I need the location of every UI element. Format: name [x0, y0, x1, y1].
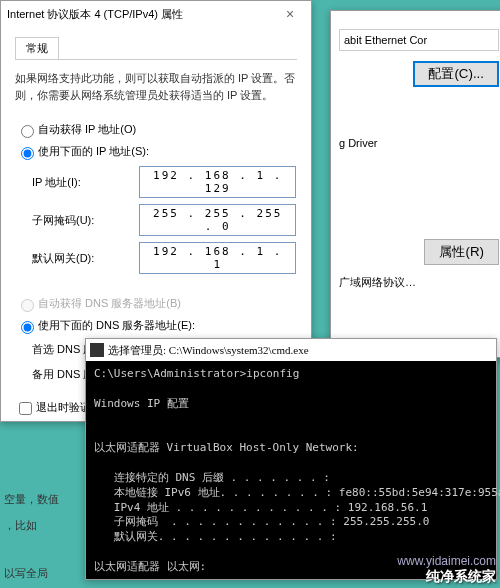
gateway-input[interactable]: 192 . 168 . 1 . 1 [139, 242, 296, 274]
close-icon[interactable]: × [275, 6, 305, 22]
radio-manual-dns[interactable] [21, 321, 34, 334]
watermark-brand: 纯净系统家 [426, 568, 496, 586]
configure-button[interactable]: 配置(C)... [413, 61, 499, 87]
bg-text-1: 空量，数值 [4, 492, 59, 507]
driver-name: g Driver [339, 137, 499, 149]
radio-auto-ip[interactable] [21, 125, 34, 138]
watermark-url: www.yidaimei.com [397, 554, 496, 568]
ip-address-input[interactable]: 192 . 168 . 1 . 129 [139, 166, 296, 198]
tab-general[interactable]: 常规 [15, 37, 59, 59]
adapter-name: abit Ethernet Cor [339, 29, 499, 51]
cmd-titlebar[interactable]: 选择管理员: C:\Windows\system32\cmd.exe [86, 339, 496, 361]
bg-text-3: 以写全局 [4, 566, 48, 581]
cmd-window: 选择管理员: C:\Windows\system32\cmd.exe C:\Us… [85, 338, 497, 580]
bg-text-2: ，比如 [4, 518, 37, 533]
dialog-titlebar[interactable]: Internet 协议版本 4 (TCP/IPv4) 属性 × [1, 1, 311, 27]
radio-auto-dns [21, 299, 34, 312]
cmd-icon [90, 343, 104, 357]
properties-button[interactable]: 属性(R) [424, 239, 499, 265]
dialog-description: 如果网络支持此功能，则可以获取自动指派的 IP 设置。否则，你需要从网络系统管理… [15, 70, 297, 103]
dialog-title: Internet 协议版本 4 (TCP/IPv4) 属性 [7, 7, 275, 22]
adapter-properties-window: abit Ethernet Cor 配置(C)... g Driver 属性(R… [330, 10, 500, 358]
wan-label: 广域网络协议… [339, 275, 499, 290]
subnet-mask-input[interactable]: 255 . 255 . 255 . 0 [139, 204, 296, 236]
radio-manual-ip[interactable] [21, 147, 34, 160]
validate-checkbox[interactable] [19, 402, 32, 415]
